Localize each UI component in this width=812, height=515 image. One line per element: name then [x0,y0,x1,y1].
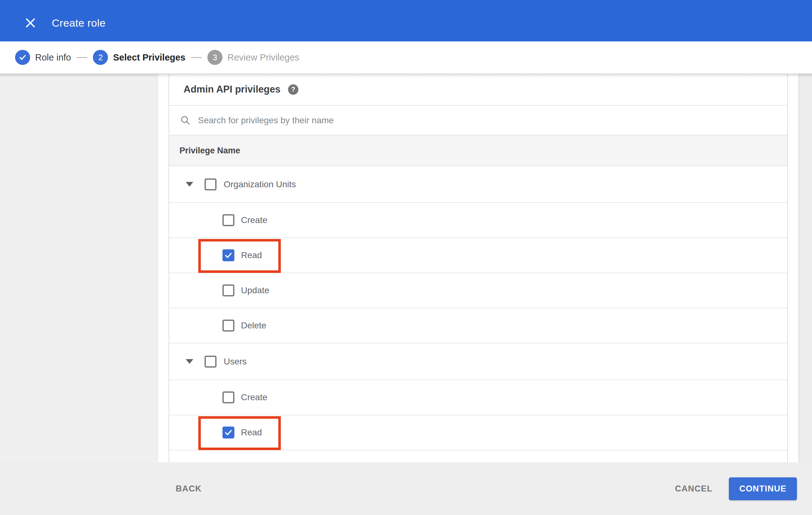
step-completed-check-icon [15,50,30,65]
checkbox-organization-units[interactable] [205,178,216,190]
table-row-orgunits-read: Read [169,238,787,273]
app-bar: Create role [0,0,812,41]
table-row-orgunits-update: Update [169,273,787,308]
table-row-orgunits-delete: Delete [169,308,787,343]
checkbox-users-create[interactable] [223,391,234,403]
checkbox-users[interactable] [205,356,216,368]
step-label: Select Privileges [113,52,185,63]
left-gutter [0,74,158,462]
section-title: Admin API privileges [183,84,281,95]
help-icon[interactable]: ? [288,84,298,95]
collapse-arrow-icon[interactable] [186,182,193,187]
search-row [169,106,787,135]
close-icon[interactable] [24,16,37,30]
footer-bar: BACK CANCEL CONTINUE [0,462,812,515]
step-connector [77,57,87,58]
checkbox-users-read[interactable] [223,427,234,438]
highlight-box [198,239,281,273]
card-heading: Admin API privileges ? [169,74,787,106]
continue-button[interactable]: CONTINUE [729,477,797,500]
privilege-label: Update [241,285,269,296]
step-review-privileges[interactable]: 3 Review Privileges [207,50,299,65]
table-row-users: Users [169,343,787,380]
content-area: Admin API privileges ? Privilege Name Or… [0,74,812,462]
privilege-label: Delete [241,321,266,331]
privileges-card: Admin API privileges ? Privilege Name Or… [169,74,788,462]
privilege-label: Organization Units [224,179,296,189]
collapse-arrow-icon[interactable] [186,359,193,364]
step-select-privileges[interactable]: 2 Select Privileges [93,50,185,65]
checkbox-orgunits-create[interactable] [223,214,234,226]
table-row-organization-units: Organization Units [169,166,787,203]
column-header-privilege-name: Privilege Name [169,135,787,166]
cancel-button[interactable]: CANCEL [675,484,713,494]
back-button[interactable]: BACK [176,484,202,494]
table-row-users-create: Create [169,380,787,415]
checkbox-orgunits-read[interactable] [223,249,234,261]
checkmark-icon [224,251,233,260]
table-row-users-read: Read [169,415,787,450]
privilege-label: Create [241,215,267,225]
right-gutter [799,74,812,462]
privilege-label: Read [241,427,262,437]
checkbox-orgunits-delete[interactable] [223,320,234,332]
highlight-box [198,416,281,450]
step-number-badge: 3 [207,50,223,65]
step-label: Role info [35,52,71,63]
step-role-info[interactable]: Role info [15,50,71,65]
step-number-badge: 2 [93,50,108,65]
search-icon [180,115,191,126]
step-connector [191,57,202,58]
step-label: Review Privileges [228,52,299,63]
checkbox-orgunits-update[interactable] [223,284,234,296]
checkmark-icon [224,428,233,437]
privilege-label: Read [241,250,262,260]
stepper: Role info 2 Select Privileges 3 Review P… [0,41,812,74]
left-spacer [158,74,169,462]
footer-right-group: CANCEL CONTINUE [675,477,797,500]
privilege-label: Create [241,392,267,402]
right-spacer [788,74,799,462]
page-title: Create role [52,17,106,29]
search-input[interactable] [198,111,787,130]
privilege-label: Users [224,357,246,367]
table-row-orgunits-create: Create [169,203,787,238]
